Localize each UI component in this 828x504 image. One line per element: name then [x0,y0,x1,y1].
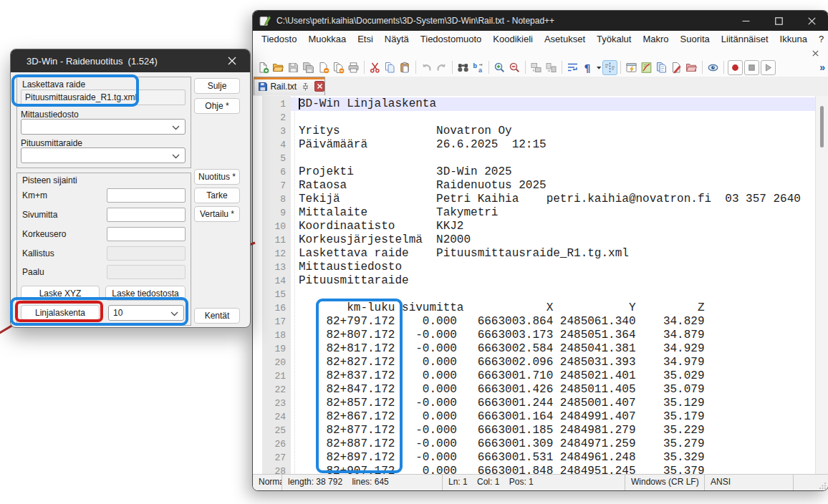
vertical-scrollbar[interactable] [815,96,828,475]
side-button-vertailu[interactable]: Vertailu * [194,206,240,222]
open-file-icon[interactable] [271,60,286,75]
macro-stop-icon[interactable] [744,60,759,75]
line-number: 23 [262,397,291,410]
document-map-icon[interactable] [639,60,654,75]
close-all-files-icon[interactable] [331,60,346,75]
status-caret-info: Ln: 1 Col: 1 Pos: 1 [443,475,625,490]
pin-icon[interactable] [301,82,309,91]
line-text: 82+847.172 0.000 6663001.426 2485011.405… [299,383,705,397]
line-text: 82+817.172 -0.000 6663002.584 2485041.38… [299,342,705,356]
status-eol[interactable]: Windows (CR LF) [625,475,705,490]
replace-icon[interactable]: ba [471,60,486,75]
redo-icon[interactable] [434,60,449,75]
dialog-titlebar[interactable]: 3D-Win - Raidenuotitus (1.524) [11,49,250,72]
menubar-close-icon[interactable] [812,50,819,57]
linjalaskenta-button[interactable]: Linjalaskenta [21,305,100,320]
side-button-kent-t[interactable]: Kentät [194,308,240,324]
field-input-korkeusero[interactable] [107,227,186,241]
menu-item-ikkuna[interactable]: Ikkuna [774,31,813,48]
menu-item-makro[interactable]: Makro [637,31,674,48]
maximize-icon[interactable] [762,11,795,31]
menu-item-etsi[interactable]: Etsi [352,31,379,48]
close-icon[interactable] [795,11,828,31]
line-number: 24 [262,410,291,424]
chevron-down-icon [172,154,180,159]
line-number: 16 [262,301,291,315]
line-number: 6 [262,165,291,179]
status-doc-info: length: 38 792 lines: 645 [282,475,443,490]
save-all-icon[interactable] [301,60,316,75]
zoom-in-icon[interactable] [492,60,507,75]
cut-icon[interactable] [367,60,382,75]
menu-item-n-yt-[interactable]: Näytä [379,31,415,48]
side-button-sulje[interactable]: Sulje [194,78,240,94]
menu-item-?[interactable]: ? [813,31,828,48]
scrollbar-thumb[interactable] [820,106,824,147]
copy-icon[interactable] [382,60,398,75]
zoom-out-icon[interactable] [507,60,522,75]
status-typing-mode[interactable]: INS [794,475,828,490]
function-list-icon[interactable] [669,60,684,75]
laske-tiedostosta-button[interactable]: Laske tiedostosta [105,286,186,301]
document-switcher-icon[interactable] [654,60,669,75]
macro-record-icon[interactable] [728,60,743,75]
status-encoding[interactable]: ANSI [705,475,794,490]
dialog-close-icon[interactable] [220,49,244,72]
pituusmittaraide-combobox[interactable] [21,147,186,163]
new-file-icon[interactable] [256,60,271,75]
laske-xyz-button[interactable]: Laske XYZ [21,286,100,301]
menu-item-tiedosto[interactable]: Tiedosto [256,31,302,48]
save-icon[interactable] [286,60,301,75]
pituusmittaraide-label: Pituusmittaraide [21,138,82,148]
close-file-icon[interactable] [316,60,331,75]
side-button-nuotitus[interactable]: Nuotitus * [194,169,240,185]
folder-as-workspace-icon[interactable] [684,60,699,75]
minimize-icon[interactable] [729,11,762,31]
resize-grip-icon[interactable] [819,482,827,489]
field-input-km-m[interactable] [107,188,186,203]
line-number: 12 [262,247,291,261]
line-text: 82+837.172 0.000 6663001.710 2485021.401… [299,369,705,383]
field-input-sivumitta[interactable] [107,208,186,222]
line-number: 1 [262,97,291,111]
menu-item-liit-nn-iset[interactable]: Liitännäiset [716,31,774,48]
status-bar: Normal length: 38 792 lines: 645 Ln: 1 C… [253,474,828,490]
tab-close-icon[interactable] [314,81,324,92]
print-icon[interactable] [346,60,361,75]
menu-item-suorita[interactable]: Suorita [675,31,716,48]
mittaustiedosto-combobox[interactable] [21,119,186,135]
macro-play-icon[interactable] [761,60,776,75]
saved-file-icon [258,82,267,92]
menu-item-asetukset[interactable]: Asetukset [539,31,591,48]
menu-item-tiedostomuoto[interactable]: Tiedostomuoto [415,31,488,48]
side-button-ohje[interactable]: Ohje * [194,98,240,114]
show-all-characters-dropdown-icon[interactable] [595,60,602,75]
line-text: 82+807.172 -0.000 6663003.173 2485051.36… [299,329,705,342]
word-wrap-icon[interactable] [565,60,580,75]
shortcut-mapper-icon[interactable] [624,60,639,75]
line-number: 13 [262,261,291,274]
monitoring-icon[interactable] [706,60,721,75]
show-all-characters-icon[interactable]: ¶ [580,60,595,75]
line-text: Korkeusjärjestelmä N2000 [299,233,471,247]
side-button-tarke[interactable]: Tarke [194,188,240,203]
tab-rail-txt[interactable]: Rail.txt [254,77,325,95]
field-input-paalu [107,265,186,279]
undo-icon[interactable] [419,60,434,75]
line-text: 82+877.172 -0.000 6663001.185 2484981.27… [299,424,705,437]
menu-item-koodikieli[interactable]: Koodikieli [487,31,539,48]
editor[interactable]: 13D-Win Linjalaskenta23Yritys Novatron O… [253,96,828,475]
indent-guide-icon[interactable] [602,60,617,75]
menu-item-muokkaa[interactable]: Muokkaa [302,31,352,48]
interval-combobox[interactable]: 10 [108,305,184,321]
sync-vertical-icon[interactable] [529,60,544,75]
sync-horizontal-icon[interactable] [544,60,559,75]
svg-text:¶: ¶ [584,62,591,73]
raidenuotitus-dialog: 3D-Win - Raidenuotitus (1.524) Laskettav… [10,49,251,328]
paste-icon[interactable] [398,60,413,75]
find-icon[interactable] [456,60,471,75]
menu-item-ty-kalut[interactable]: Työkalut [591,31,637,48]
field-input-kallistus [107,246,186,261]
notepad-titlebar[interactable]: C:\Users\petri.kaihia\Documents\3D-Syste… [253,11,828,31]
toolbar-overflow-icon[interactable]: » [819,58,825,77]
